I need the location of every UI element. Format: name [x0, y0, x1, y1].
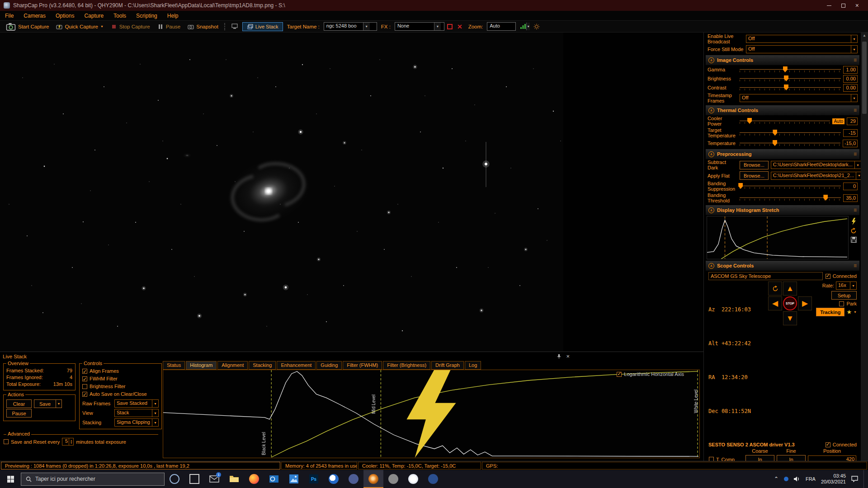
rate-select[interactable]: 16x▼	[836, 282, 857, 290]
livestack-histogram[interactable]: Logarithmic Horizontal Axis Black Level …	[163, 370, 700, 458]
save-button[interactable]: Save ▼	[34, 399, 62, 408]
camera-preview-area[interactable]	[0, 33, 703, 352]
save-reset-checkbox[interactable]	[4, 439, 9, 444]
volume-icon[interactable]	[794, 476, 800, 482]
banding-threshold-slider[interactable]	[740, 194, 841, 202]
section-menu-icon[interactable]: ≡	[854, 151, 857, 157]
target-temperature-value[interactable]: -15	[843, 129, 858, 137]
taskbar-app-blue[interactable]	[423, 470, 443, 488]
contrast-value[interactable]: 0.00	[843, 84, 858, 92]
taskbar-app-sharpcap[interactable]	[363, 470, 383, 488]
taskbar-search[interactable]: Taper ici pour rechercher	[21, 473, 165, 486]
banding-threshold-value[interactable]: 35,0	[843, 194, 858, 202]
display-histogram-stretch[interactable]	[707, 216, 859, 259]
timestamp-frames-select[interactable]: Off▼	[740, 94, 858, 102]
save-stretch-icon[interactable]	[851, 237, 857, 243]
tray-expand-icon[interactable]: ⌃	[774, 476, 778, 482]
snapshot-button[interactable]: Snapshot	[184, 23, 222, 31]
save-dropdown-icon[interactable]: ▼	[56, 399, 62, 408]
section-menu-icon[interactable]: ≡	[854, 107, 857, 113]
taskbar-app-photos[interactable]	[284, 470, 304, 488]
scope-controls-header[interactable]: ∧ Scope Controls ≡	[706, 261, 859, 271]
view-select[interactable]: Stack▼	[114, 409, 159, 417]
stop-capture-button[interactable]: Stop Capture	[108, 23, 153, 31]
tab-drift-graph[interactable]: Drift Graph	[431, 361, 464, 370]
tab-log[interactable]: Log	[465, 361, 481, 370]
menu-cameras[interactable]: Cameras	[19, 13, 51, 19]
preprocessing-header[interactable]: ∧ Preprocessing ≡	[706, 149, 859, 159]
display-histogram-header[interactable]: ∧ Display Histogram Stretch ≡	[706, 205, 859, 215]
tab-guiding[interactable]: Guiding	[316, 361, 342, 370]
slew-left-button[interactable]: ◀	[768, 296, 782, 310]
contrast-slider[interactable]	[740, 84, 841, 92]
slew-right-button[interactable]: ▶	[798, 296, 812, 310]
zoom-select[interactable]: Auto▼	[487, 22, 516, 31]
cortana-button[interactable]	[165, 470, 184, 488]
image-controls-header[interactable]: ∧ Image Controls ≡	[706, 55, 859, 65]
tab-filter-fwhm[interactable]: Filter (FWHM)	[343, 361, 382, 370]
taskbar-app-photoshop[interactable]: Ps	[304, 470, 324, 488]
menu-scripting[interactable]: Scripting	[131, 13, 162, 19]
taskbar-app-teamviewer[interactable]	[324, 470, 344, 488]
fx-select[interactable]: None▼	[395, 22, 444, 31]
display-share-icon[interactable]	[228, 23, 241, 30]
taskbar-clock[interactable]: 03:45 20/03/2021	[821, 473, 846, 485]
menu-capture[interactable]: Capture	[79, 13, 108, 19]
collapse-icon[interactable]: ∧	[708, 57, 714, 63]
gamma-value[interactable]: 1.00	[843, 66, 858, 74]
tab-status[interactable]: Status	[163, 361, 185, 370]
brightness-value[interactable]: 0.00	[843, 75, 858, 83]
banding-suppression-value[interactable]: 0	[843, 183, 858, 190]
cooler-auto-badge[interactable]: Auto	[832, 118, 844, 124]
clear-selection-icon[interactable]: ✕	[457, 23, 462, 30]
brightness-slider[interactable]	[740, 75, 841, 83]
collapse-icon[interactable]: ∧	[708, 207, 714, 213]
task-view-button[interactable]	[184, 470, 204, 488]
tray-app-icon[interactable]	[784, 477, 788, 481]
taskbar-app-mail[interactable]: 1	[204, 470, 224, 488]
start-button[interactable]	[0, 470, 21, 488]
histogram-display-button[interactable]	[517, 23, 529, 30]
fwhm-filter-checkbox[interactable]: FWHM Filter	[82, 375, 159, 383]
menu-help[interactable]: Help	[162, 13, 184, 19]
park-checkbox[interactable]: Park	[839, 301, 857, 306]
auto-stretch-lightning-icon[interactable]	[163, 370, 699, 458]
collapse-icon[interactable]: ∧	[708, 108, 714, 113]
tab-enhancement[interactable]: Enhancement	[277, 361, 316, 370]
pause-button[interactable]: Pause	[154, 23, 184, 31]
show-desktop-button[interactable]	[863, 470, 866, 488]
close-button[interactable]: ×	[855, 3, 859, 8]
thermal-controls-header[interactable]: ∧ Thermal Controls ≡	[706, 105, 859, 115]
menu-options[interactable]: Options	[51, 13, 79, 19]
enable-live-broadcast-select[interactable]: Off▼	[746, 35, 858, 43]
menu-file[interactable]: File	[0, 13, 19, 19]
taskbar-app-stellarium[interactable]	[403, 470, 423, 488]
apply-flat-path-select[interactable]: C:\Users\SharkFleet\Desktop\21_2...▼	[771, 172, 861, 180]
start-capture-button[interactable]: Start Capture	[3, 21, 52, 33]
panel-scrollbar[interactable]: ▲ ▼	[861, 33, 868, 470]
slew-stop-button[interactable]: STOP	[783, 296, 797, 310]
tracking-button[interactable]: Tracking	[816, 308, 844, 316]
menu-tools[interactable]: Tools	[108, 13, 131, 19]
force-still-mode-select[interactable]: Off▼	[746, 45, 858, 53]
chevron-down-icon[interactable]: ▼	[434, 23, 441, 30]
live-stack-button[interactable]: Live Stack	[242, 22, 283, 31]
target-temperature-slider[interactable]	[740, 129, 841, 137]
goto-star-icon[interactable]: ★	[846, 309, 852, 315]
tab-stacking[interactable]: Stacking	[249, 361, 276, 370]
taskbar-app-vlc[interactable]	[383, 470, 403, 488]
scroll-up-icon[interactable]: ▲	[863, 33, 866, 39]
tab-filter-brightness[interactable]: Filter (Brightness)	[383, 361, 430, 370]
subtract-dark-path-select[interactable]: C:\Users\SharkFleet\Desktop\dark...▼	[771, 161, 861, 169]
taskbar-app-outlook[interactable]	[264, 470, 284, 488]
close-dock-icon[interactable]: ×	[566, 354, 570, 359]
focuser-connected-checkbox[interactable]: Connected	[826, 442, 857, 447]
pause-stack-button[interactable]: Pause	[6, 409, 32, 418]
selection-area-icon[interactable]	[447, 24, 453, 29]
stacking-select[interactable]: Sigma Clipping▼	[114, 418, 159, 427]
apply-flat-browse-button[interactable]: Browse...	[740, 171, 769, 180]
maximize-button[interactable]	[841, 4, 845, 8]
tab-alignment[interactable]: Alignment	[217, 361, 248, 370]
minutes-stepper[interactable]: 5▲▼	[62, 438, 74, 446]
action-center-icon[interactable]	[851, 476, 858, 482]
